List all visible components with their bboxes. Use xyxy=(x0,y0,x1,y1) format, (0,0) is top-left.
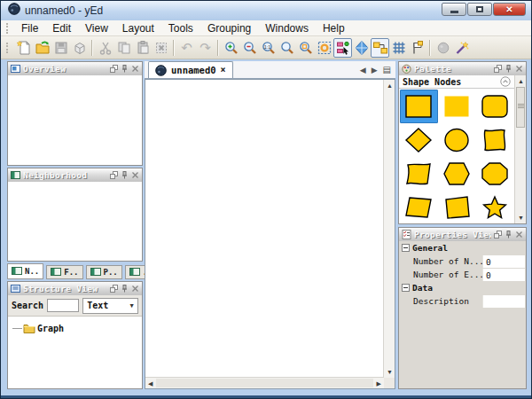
overview-tool-button[interactable] xyxy=(434,38,452,58)
palette-shape-wavy-rectangle[interactable] xyxy=(400,157,438,191)
property-value[interactable]: 0 xyxy=(482,255,525,268)
property-value[interactable]: 0 xyxy=(482,269,525,281)
menu-tools[interactable]: Tools xyxy=(161,21,200,35)
pin-icon[interactable] xyxy=(121,285,129,293)
neighborhood-panel-titlebar[interactable]: Neighborhood xyxy=(8,168,142,183)
title-bar[interactable]: unnamed0 - yEd ✕ xyxy=(1,1,531,20)
menu-edit[interactable]: Edit xyxy=(45,21,78,35)
zoom-actual-button[interactable]: 1:1 xyxy=(259,38,278,58)
shape-nodes-section-header[interactable]: Shape Nodes xyxy=(399,75,514,89)
document-tab[interactable]: unnamed0 × xyxy=(148,61,233,78)
float-icon[interactable] xyxy=(110,285,118,293)
collapse-icon[interactable] xyxy=(402,284,410,292)
overview-canvas[interactable] xyxy=(8,75,142,165)
menu-grouping[interactable]: Grouping xyxy=(200,21,258,35)
paste-button[interactable] xyxy=(133,38,152,58)
search-filter-dropdown[interactable]: Text ▼ xyxy=(82,298,138,314)
next-tab-icon[interactable]: ▶ xyxy=(372,66,378,74)
structure-panel-titlebar[interactable]: Structure View xyxy=(8,282,142,296)
snap-lines-button[interactable] xyxy=(371,38,389,58)
menu-view[interactable]: View xyxy=(78,21,115,35)
palette-shape-round-rectangle[interactable] xyxy=(475,90,513,123)
undo-button[interactable]: ↶ xyxy=(177,38,196,58)
navigation-mode-button[interactable] xyxy=(352,38,371,58)
print-button[interactable] xyxy=(70,38,89,58)
pin-icon[interactable] xyxy=(121,171,129,179)
delete-button[interactable] xyxy=(152,38,170,58)
scroll-up-icon[interactable]: ▲ xyxy=(518,78,524,84)
palette-scrollbar[interactable]: ▲ ▼ xyxy=(514,75,526,223)
palette-shape-star[interactable] xyxy=(475,191,513,224)
tab-close-icon[interactable]: × xyxy=(221,66,226,74)
float-icon[interactable] xyxy=(110,65,118,73)
search-input[interactable] xyxy=(47,299,79,312)
close-icon[interactable] xyxy=(131,171,139,179)
canvas-horizontal-scrollbar[interactable]: ◀ ▶ xyxy=(145,377,384,388)
close-icon[interactable] xyxy=(515,65,523,73)
palette-shape-parallelogram[interactable] xyxy=(400,191,438,224)
menu-help[interactable]: Help xyxy=(316,21,352,35)
palette-shape-trapezoid[interactable] xyxy=(438,191,476,224)
scrollbar-thumb[interactable] xyxy=(516,87,525,128)
dock-tab-1[interactable]: F.. xyxy=(46,265,82,279)
palette-panel-titlebar[interactable]: Palette xyxy=(399,62,526,76)
float-icon[interactable] xyxy=(494,231,502,239)
close-button[interactable]: ✕ xyxy=(493,3,526,16)
properties-panel-titlebar[interactable]: Properties View xyxy=(399,228,526,242)
scroll-up-icon[interactable]: ▲ xyxy=(387,82,393,89)
collapse-section-icon[interactable] xyxy=(500,76,511,87)
edit-mode-button[interactable] xyxy=(333,38,352,58)
property-value[interactable] xyxy=(482,295,525,308)
float-icon[interactable] xyxy=(110,171,118,179)
zoom-out-button[interactable] xyxy=(240,38,259,58)
palette-shape-octagon[interactable] xyxy=(475,157,513,191)
menu-file[interactable]: File xyxy=(14,21,45,35)
dock-tab-2[interactable]: P.. xyxy=(86,265,122,279)
prev-tab-icon[interactable]: ◀ xyxy=(360,66,366,74)
menu-windows[interactable]: Windows xyxy=(258,21,316,35)
scrollbar-track[interactable] xyxy=(156,379,373,387)
grid-button[interactable] xyxy=(389,38,408,58)
dock-tab-0[interactable]: N.. xyxy=(7,263,43,279)
copy-button[interactable] xyxy=(114,38,133,58)
float-icon[interactable] xyxy=(494,65,502,73)
palette-shape-diamond[interactable] xyxy=(400,123,438,157)
tree-item-graph[interactable]: Graph xyxy=(8,323,142,333)
open-button[interactable] xyxy=(33,38,51,58)
maximize-button[interactable] xyxy=(467,3,492,16)
menubar-drag-handle[interactable] xyxy=(6,23,10,34)
close-icon[interactable] xyxy=(131,285,139,293)
palette-shape-curved-rectangle[interactable] xyxy=(475,123,513,157)
pin-icon[interactable] xyxy=(505,65,512,73)
save-button[interactable] xyxy=(51,38,70,58)
scroll-right-icon[interactable]: ▶ xyxy=(377,380,381,387)
collapse-icon[interactable] xyxy=(402,244,410,252)
graph-canvas[interactable]: ▲ ▼ ◀ ▶ xyxy=(145,79,395,389)
close-icon[interactable] xyxy=(131,65,139,73)
new-document-button[interactable] xyxy=(14,38,33,58)
overview-panel-titlebar[interactable]: Overview xyxy=(8,62,142,76)
canvas-vertical-scrollbar[interactable]: ▲ ▼ xyxy=(383,80,395,378)
palette-shape-ellipse[interactable] xyxy=(438,123,476,157)
fit-content-button[interactable] xyxy=(278,38,296,58)
pin-icon[interactable] xyxy=(121,65,129,73)
neighborhood-canvas[interactable] xyxy=(8,182,142,261)
palette-shape-rectangle-plain[interactable] xyxy=(438,90,476,123)
scroll-left-icon[interactable]: ◀ xyxy=(148,380,153,387)
palette-shape-hexagon[interactable] xyxy=(438,157,476,191)
flag-button[interactable] xyxy=(408,38,426,58)
magic-wand-button[interactable] xyxy=(452,38,471,58)
minimize-button[interactable] xyxy=(442,3,466,16)
fit-selection-button[interactable] xyxy=(315,38,333,58)
pin-icon[interactable] xyxy=(505,231,512,239)
zoom-area-button[interactable] xyxy=(296,38,315,58)
palette-shape-rectangle[interactable] xyxy=(400,90,438,123)
toolbar-drag-handle[interactable] xyxy=(6,43,10,53)
close-icon[interactable] xyxy=(515,231,523,239)
scroll-down-icon[interactable]: ▼ xyxy=(518,215,524,221)
cut-button[interactable] xyxy=(96,38,114,58)
menu-layout[interactable]: Layout xyxy=(115,21,161,35)
scroll-down-icon[interactable]: ▼ xyxy=(387,369,393,375)
zoom-in-button[interactable] xyxy=(222,38,240,58)
redo-button[interactable]: ↷ xyxy=(196,38,215,58)
